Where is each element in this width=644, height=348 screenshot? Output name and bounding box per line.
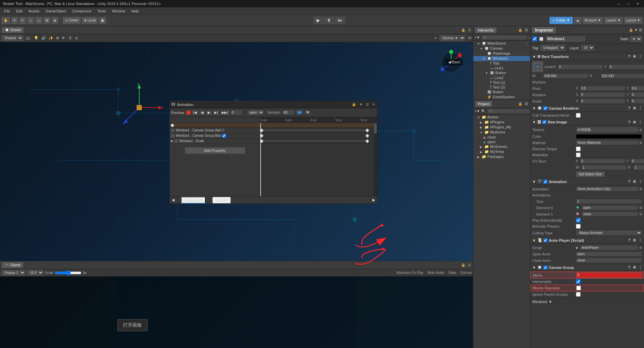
menu-file[interactable]: File	[1, 8, 13, 14]
project-assets[interactable]: ▼ 📁 Assets	[473, 115, 530, 120]
go-name-input[interactable]	[545, 36, 586, 42]
menu-window[interactable]: Window	[109, 8, 128, 14]
scale-slider[interactable]	[55, 270, 82, 276]
menu-help[interactable]: Help	[128, 8, 142, 14]
back-label[interactable]: ◀ Back	[445, 59, 463, 65]
track-expand-icon[interactable]: ▶	[171, 139, 173, 142]
elem1-select-icon[interactable]: ⊙	[639, 212, 642, 216]
minimize-btn[interactable]: —	[615, 2, 623, 6]
maximize-btn[interactable]: □	[625, 2, 632, 6]
color-picker[interactable]	[576, 134, 642, 139]
width-input[interactable]	[543, 73, 588, 78]
pivot-y-input[interactable]	[631, 86, 644, 91]
ap-help-icon[interactable]: ?	[628, 238, 630, 242]
hierarchy-eventsystem[interactable]: ⚡ EventSystem	[473, 95, 530, 100]
animation-comp-header[interactable]: ▼ 🎬 Animation ? ⚙ ⋮	[530, 178, 644, 185]
hierarchy-text2[interactable]: T Text (2)	[473, 85, 530, 90]
menu-edit[interactable]: Edit	[13, 8, 25, 14]
cr-enabled[interactable]	[543, 106, 547, 110]
rect-menu-icon[interactable]: ⋮	[639, 55, 642, 58]
menu-component[interactable]: Component	[69, 8, 94, 14]
project-close-anim[interactable]: ▲ close	[473, 135, 530, 139]
canvas-renderer-header[interactable]: ▼ 🔲 Canvas Renderer ? ⚙ ⋮	[530, 105, 644, 112]
project-search-icon[interactable]: 🔍	[481, 109, 485, 113]
native-size-btn[interactable]: Set Native Size	[576, 171, 605, 177]
tab-scene[interactable]: 🔲 Scene	[2, 27, 23, 33]
animate-physics-checkbox[interactable]	[576, 224, 581, 229]
uv-y-input[interactable]	[631, 159, 644, 164]
rect-help-icon[interactable]: ?	[628, 55, 630, 58]
project-plugins[interactable]: ▶ 📁 #Plugins	[473, 120, 530, 125]
menu-assets[interactable]: Assets	[26, 8, 42, 14]
scene-fx-btn[interactable]: ✨	[48, 36, 54, 40]
project-lock-icon[interactable]: 🔒	[518, 102, 522, 106]
hierarchy-window1[interactable]: ▼ 🔲 Window1	[473, 56, 530, 61]
pos-x-input[interactable]	[558, 64, 603, 69]
pos-y-input[interactable]	[608, 64, 644, 69]
hand-tool[interactable]: ✋	[1, 17, 10, 24]
ri-help-icon[interactable]: ?	[628, 120, 630, 124]
tag-select[interactable]: Untagged	[540, 45, 565, 51]
hierarchy-button[interactable]: ▼ 🔘 Button	[473, 70, 530, 75]
cr-settings-icon[interactable]: ⚙	[633, 106, 636, 110]
scene-light-btn[interactable]: 💡	[33, 36, 39, 40]
add-property-btn[interactable]: Add Property	[185, 147, 245, 154]
2d-btn[interactable]: 2D	[24, 36, 32, 40]
local-btn[interactable]: ⊕ Local	[82, 17, 98, 24]
scale-y-input[interactable]	[631, 99, 644, 104]
scene-close-icon[interactable]: ✕	[434, 36, 437, 40]
raw-image-header[interactable]: ▼ 🖼 Raw Image ? ⚙ ⋮	[530, 119, 644, 125]
cloud-btn[interactable]: ☁	[574, 17, 582, 24]
cg-menu-icon[interactable]: ⋮	[639, 266, 642, 269]
game-lock-icon[interactable]: 🔒	[461, 263, 465, 267]
material-select-icon[interactable]: ⊙	[639, 141, 642, 144]
cg-settings-icon[interactable]: ⚙	[633, 266, 636, 269]
tab-game[interactable]: 🎮 Game	[2, 262, 23, 268]
transform-tool[interactable]: ⊞	[43, 17, 51, 24]
pivot-x-input[interactable]	[580, 86, 625, 91]
height-input[interactable]	[600, 73, 644, 78]
aspect-select[interactable]: 16:9	[27, 270, 44, 276]
inspector-collapse-icon[interactable]: ▼	[634, 28, 638, 32]
curves-btn[interactable]: Curves	[212, 197, 231, 204]
track-scroll[interactable]	[374, 123, 377, 196]
ap-close-input[interactable]	[576, 258, 642, 263]
rotate-tool[interactable]: ↻	[19, 17, 26, 24]
rect-tool[interactable]: ▭	[35, 17, 43, 24]
anim-time-input[interactable]	[230, 110, 243, 115]
raycast-checkbox[interactable]	[576, 147, 581, 151]
gizmos-btn2[interactable]: Gizmos	[460, 271, 472, 275]
anim-comp-help-icon[interactable]: ?	[628, 180, 630, 183]
scene-audio-btn[interactable]: 🔊	[41, 36, 47, 40]
rect-settings-icon[interactable]: ⚙	[633, 55, 636, 58]
anim-player-header[interactable]: ▼ 📜 Anim Player (Script) ? ⚙ ⋮	[530, 237, 644, 244]
anim-collapse-icon[interactable]: ▼	[359, 103, 363, 106]
layer-select[interactable]: UI	[581, 45, 594, 51]
close-btn[interactable]: ✕	[634, 2, 641, 6]
dopesheet-btn[interactable]: Dopesheet	[181, 197, 206, 204]
mute-audio-btn[interactable]: Mute Audio	[428, 271, 444, 275]
custom-tool[interactable]: ◈	[51, 17, 59, 24]
tab-hierarchy[interactable]: Hierarchy	[475, 27, 496, 33]
hierarchy-line1[interactable]: — Line1	[473, 66, 530, 70]
tab-inspector[interactable]: Inspector	[532, 27, 556, 33]
hierarchy-menu-icon[interactable]: ☰	[525, 28, 528, 32]
scene-speed-btn[interactable]: 0	[68, 36, 73, 40]
anim-comp-settings-icon[interactable]: ⚙	[633, 180, 636, 183]
hierarchy-lock-icon[interactable]: 🔒	[518, 28, 522, 32]
hierarchy-mainscene[interactable]: ▼ 🔲 MainScene ⋮	[473, 41, 530, 46]
project-menu-icon[interactable]: ☰	[525, 102, 528, 106]
project-open-anim[interactable]: ▲ open	[473, 139, 530, 144]
anim-lock-icon[interactable]: 🔒	[352, 103, 356, 106]
layers-btn[interactable]: Layers ▼	[604, 17, 623, 24]
cull-mesh-checkbox[interactable]	[576, 113, 581, 118]
scale-tool[interactable]: ⤡	[27, 17, 34, 24]
texture-select-icon[interactable]: ⊙	[639, 128, 642, 132]
chinese-open-btn[interactable]: 打开面板	[117, 319, 148, 331]
inspector-lock-icon[interactable]: 🔒	[629, 28, 633, 32]
project-search[interactable]	[487, 109, 530, 114]
anim-step-fwd[interactable]: ▶▶|	[220, 110, 230, 115]
shading-mode-select[interactable]: Shaded	[1, 35, 23, 41]
ri-settings-icon[interactable]: ⚙	[633, 120, 636, 124]
maximize-on-play-btn[interactable]: Maximize On Play	[396, 271, 424, 275]
